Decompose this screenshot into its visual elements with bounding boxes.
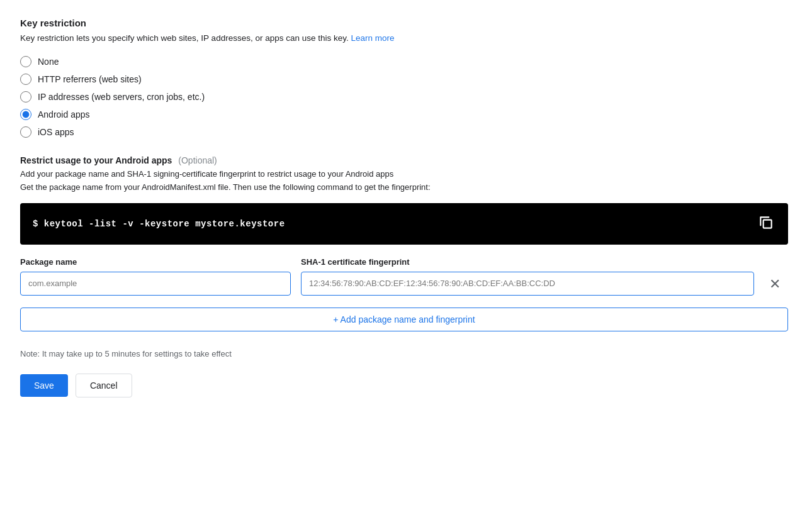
subsection-desc: Add your package name and SHA-1 signing-… <box>20 168 792 194</box>
radio-ios-input[interactable] <box>20 126 31 138</box>
copy-icon <box>758 214 774 231</box>
fields-row: Package name SHA-1 certificate fingerpri… <box>20 257 788 297</box>
android-subsection: Restrict usage to your Android apps (Opt… <box>20 155 792 331</box>
section-description: Key restriction lets you specify which w… <box>20 32 792 45</box>
code-text: $ keytool -list -v -keystore mystore.key… <box>33 219 285 229</box>
radio-none[interactable]: None <box>20 56 792 67</box>
note-text: Note: It may take up to 5 minutes for se… <box>20 349 792 358</box>
radio-ios[interactable]: iOS apps <box>20 126 792 138</box>
learn-more-link[interactable]: Learn more <box>351 33 395 43</box>
copy-button[interactable] <box>757 214 775 233</box>
close-icon: ✕ <box>769 276 781 292</box>
radio-ip[interactable]: IP addresses (web servers, cron jobs, et… <box>20 91 792 103</box>
package-name-group: Package name <box>20 257 291 296</box>
key-restriction-radio-group: None HTTP referrers (web sites) IP addre… <box>20 56 792 138</box>
radio-ip-input[interactable] <box>20 91 31 103</box>
add-button-label: + Add package name and fingerprint <box>333 314 475 325</box>
save-button[interactable]: Save <box>20 374 68 397</box>
add-package-fingerprint-button[interactable]: + Add package name and fingerprint <box>20 308 788 331</box>
svg-rect-0 <box>764 220 772 228</box>
subsection-title: Restrict usage to your Android apps (Opt… <box>20 155 792 165</box>
radio-none-label: None <box>38 57 59 67</box>
radio-android-input[interactable] <box>20 109 31 120</box>
section-title: Key restriction <box>20 18 792 28</box>
radio-android[interactable]: Android apps <box>20 109 792 120</box>
radio-http-input[interactable] <box>20 74 31 85</box>
package-name-label: Package name <box>20 257 291 267</box>
fingerprint-group: SHA-1 certificate fingerprint <box>301 257 754 296</box>
radio-ios-label: iOS apps <box>38 127 74 137</box>
radio-http-label: HTTP referrers (web sites) <box>38 74 142 84</box>
package-name-input[interactable] <box>20 272 291 296</box>
code-block: $ keytool -list -v -keystore mystore.key… <box>20 203 788 245</box>
subsection-optional: (Optional) <box>178 155 217 165</box>
action-buttons: Save Cancel <box>20 374 792 397</box>
radio-none-input[interactable] <box>20 56 31 67</box>
fingerprint-input[interactable] <box>301 272 754 296</box>
delete-row-button[interactable]: ✕ <box>764 271 786 297</box>
radio-http[interactable]: HTTP referrers (web sites) <box>20 74 792 85</box>
radio-android-label: Android apps <box>38 109 90 119</box>
radio-ip-label: IP addresses (web servers, cron jobs, et… <box>38 92 205 102</box>
fingerprint-label: SHA-1 certificate fingerprint <box>301 257 754 267</box>
cancel-button[interactable]: Cancel <box>76 374 132 397</box>
